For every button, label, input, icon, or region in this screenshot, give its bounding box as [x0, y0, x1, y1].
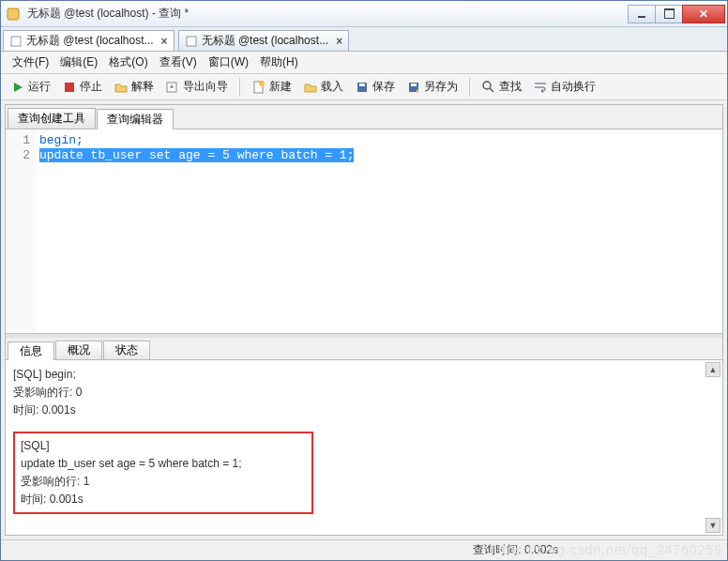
scroll-up-icon[interactable]: ▲ [705, 362, 720, 377]
save-icon [355, 80, 370, 95]
menu-bar: 文件(F) 编辑(E) 格式(O) 查看(V) 窗口(W) 帮助(H) [1, 52, 727, 74]
svg-line-13 [490, 88, 493, 92]
tab-status[interactable]: 状态 [103, 341, 150, 359]
window-title: 无标题 @test (localhost) - 查询 * [23, 6, 629, 22]
title-bar: 无标题 @test (localhost) - 查询 * ✕ [1, 1, 727, 27]
autowrap-button[interactable]: 自动换行 [529, 77, 599, 97]
stop-button[interactable]: 停止 [58, 77, 106, 97]
open-icon [303, 80, 318, 95]
output-block-highlight: [SQL] update tb_user set age = 5 where b… [13, 432, 313, 515]
tab-query-editor[interactable]: 查询编辑器 [97, 109, 174, 129]
menu-window[interactable]: 窗口(W) [203, 53, 254, 72]
menu-view[interactable]: 查看(V) [154, 53, 203, 72]
output-block-1: [SQL] begin; 受影响的行: 0 时间: 0.001s [13, 366, 715, 420]
output-body[interactable]: [SQL] begin; 受影响的行: 0 时间: 0.001s [SQL] u… [6, 360, 722, 535]
saveas-icon [406, 80, 421, 95]
svg-rect-11 [411, 83, 417, 86]
toolbar-separator [469, 78, 470, 97]
svg-point-7 [259, 81, 265, 86]
svg-rect-9 [359, 83, 365, 86]
code-body[interactable]: begin; update tb_user set age = 5 where … [36, 129, 722, 333]
menu-help[interactable]: 帮助(H) [254, 53, 304, 72]
saveas-button[interactable]: 另存为 [402, 77, 462, 97]
output-panel: 信息 概况 状态 [SQL] begin; 受影响的行: 0 时间: 0.001… [6, 338, 722, 535]
output-time: 时间: 0.001s [13, 402, 715, 419]
watermark: https://blog.csdn.net/qq_24760259 [490, 542, 722, 557]
sql-editor[interactable]: 1 2 begin; update tb_user set age = 5 wh… [6, 129, 722, 334]
svg-rect-4 [65, 83, 74, 92]
minimize-button[interactable] [628, 5, 656, 23]
wrap-icon [533, 80, 548, 95]
line-gutter: 1 2 [6, 129, 36, 333]
svg-point-12 [483, 82, 491, 89]
scroll-down-icon[interactable]: ▼ [705, 518, 720, 533]
output-rows: 受影响的行: 0 [13, 384, 715, 402]
svg-rect-1 [11, 37, 21, 46]
run-button[interactable]: 运行 [7, 77, 54, 97]
find-button[interactable]: 查找 [478, 77, 525, 97]
load-button[interactable]: 载入 [299, 77, 347, 97]
tab-profile[interactable]: 概况 [55, 341, 102, 359]
svg-rect-0 [8, 8, 19, 20]
tab-info[interactable]: 信息 [8, 341, 54, 360]
selected-text: update tb_user set age = 5 where batch =… [39, 148, 354, 162]
output-time: 时间: 0.001s [21, 491, 306, 508]
svg-marker-3 [14, 83, 23, 92]
tab-query-builder[interactable]: 查询创建工具 [8, 108, 96, 129]
editor-area: 查询创建工具 查询编辑器 1 2 begin; update tb_user s… [5, 104, 723, 536]
code-line-1[interactable]: begin; [39, 133, 719, 148]
document-tab-1[interactable]: 无标题 @test (localhost... × [3, 30, 174, 51]
editor-tabs: 查询创建工具 查询编辑器 [6, 105, 722, 129]
new-button[interactable]: 新建 [248, 77, 296, 97]
document-tabs: 无标题 @test (localhost... × 无标题 @test (loc… [1, 27, 727, 52]
search-icon [481, 80, 496, 95]
export-button[interactable]: 导出向导 [161, 77, 232, 97]
document-tab-label: 无标题 @test (localhost... [26, 33, 154, 49]
explain-button[interactable]: 解释 [110, 77, 158, 97]
vertical-scrollbar[interactable]: ▲ ▼ [705, 362, 720, 533]
close-button[interactable]: ✕ [682, 5, 725, 23]
menu-file[interactable]: 文件(F) [7, 53, 54, 72]
app-icon [7, 8, 20, 21]
output-sql-tag: [SQL] [21, 437, 306, 455]
output-tabs: 信息 概况 状态 [6, 338, 722, 360]
stop-icon [62, 80, 77, 95]
doc-icon [9, 35, 23, 48]
menu-edit[interactable]: 编辑(E) [54, 53, 103, 72]
new-icon [251, 80, 266, 95]
toolbar-separator [239, 78, 240, 97]
close-icon[interactable]: × [336, 35, 342, 48]
code-line-2[interactable]: update tb_user set age = 5 where batch =… [39, 148, 719, 163]
app-window: 无标题 @test (localhost) - 查询 * ✕ 无标题 @test… [0, 0, 728, 561]
output-rows: 受影响的行: 1 [21, 473, 306, 491]
document-tab-2[interactable]: 无标题 @test (localhost... × [178, 30, 350, 51]
toolbar: 运行 停止 解释 导出向导 新建 载入 保存 另存为 查找 自动换行 [1, 74, 727, 100]
save-button[interactable]: 保存 [351, 77, 399, 97]
output-sql: [SQL] begin; [13, 366, 715, 384]
play-icon [10, 80, 25, 95]
output-stmt: update tb_user set age = 5 where batch =… [21, 455, 306, 473]
export-icon [165, 80, 180, 95]
folder-icon [114, 80, 129, 95]
maximize-button[interactable] [655, 5, 683, 23]
doc-icon [185, 35, 198, 48]
menu-format[interactable]: 格式(O) [103, 53, 153, 72]
svg-rect-2 [187, 37, 196, 46]
close-icon[interactable]: × [161, 35, 168, 48]
document-tab-label: 无标题 @test (localhost... [202, 33, 329, 49]
